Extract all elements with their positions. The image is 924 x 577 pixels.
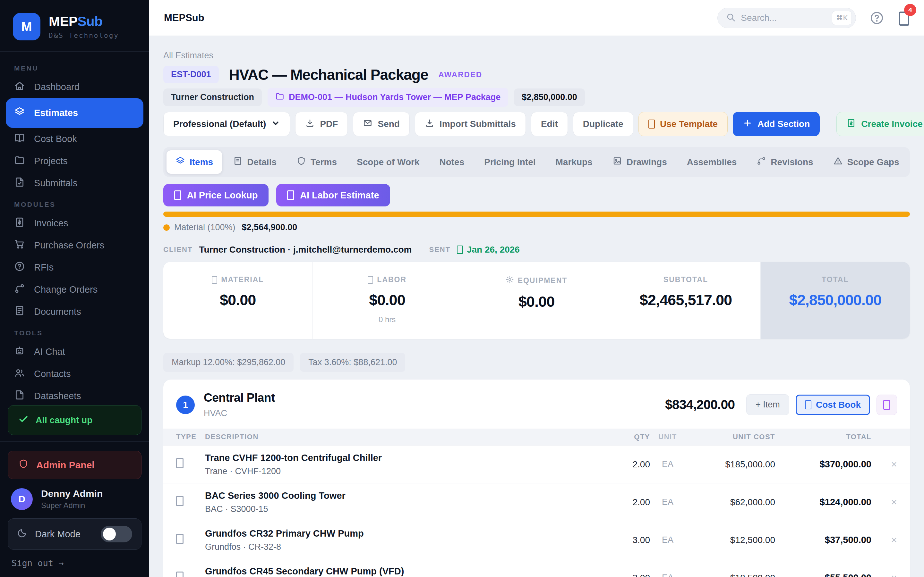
remove-item-button[interactable]: × (871, 458, 897, 470)
project-link[interactable]: DEMO-001 — Hudson Yards Tower — MEP Pack… (268, 88, 508, 107)
sent-date: Jan 26, 2026 (457, 245, 520, 255)
labor-card: LABOR $0.00 0 hrs (312, 262, 462, 339)
remove-item-button[interactable]: × (871, 496, 897, 508)
user-card[interactable]: D Denny Admin Super Admin (8, 479, 142, 518)
sidebar-item-contacts[interactable]: Contacts (6, 363, 144, 385)
item-sku: Trane · CVHF-1200 (205, 466, 608, 476)
sidebar-item-submittals[interactable]: Submittals (6, 172, 144, 194)
table-row: Grundfos CR32 Primary CHW Pump Grundfos … (163, 521, 910, 559)
layers-icon (14, 106, 25, 119)
tab-notes[interactable]: Notes (430, 150, 473, 174)
breadcrumb[interactable]: All Estimates (163, 51, 910, 61)
sidebar-item-estimates[interactable]: Estimates (6, 98, 144, 128)
page-app-title: MEPSub (164, 12, 204, 24)
section-number-badge: 1 (176, 396, 195, 414)
image-icon (612, 156, 622, 168)
search-shortcut: ⌘K (832, 11, 852, 25)
item-total: $37,500.00 (775, 535, 871, 545)
dark-mode-row: Dark Mode (8, 518, 142, 550)
download-icon (425, 118, 435, 130)
title-row: EST-D001 HVAC — Mechanical Package AWARD… (163, 66, 910, 83)
table-row: Grundfos CR45 Secondary CHW Pump (VFD) G… (163, 559, 910, 577)
file-icon (233, 156, 242, 168)
sidebar-item-rfis[interactable]: RFIs (6, 256, 144, 279)
item-type-icon (176, 496, 184, 506)
tab-items[interactable]: Items (166, 150, 222, 174)
tab-terms[interactable]: Terms (288, 150, 346, 174)
use-template-button[interactable]: Use Template (638, 112, 728, 136)
check-icon (18, 414, 29, 426)
template-style-dropdown[interactable]: Professional (Default) (163, 112, 290, 136)
dark-mode-toggle[interactable] (101, 526, 132, 542)
section-title: Central Plant (204, 391, 275, 405)
create-invoice-button[interactable]: Create Invoice (837, 112, 924, 136)
add-section-button[interactable]: Add Section (733, 112, 820, 136)
send-button[interactable]: Send (353, 112, 409, 136)
help-button[interactable] (869, 11, 884, 25)
meta-row: Turner Construction DEMO-001 — Hudson Ya… (163, 88, 910, 107)
search-box[interactable]: ⌘K (717, 8, 856, 28)
org-name: D&S Technology (49, 32, 119, 39)
sent-group: SENT Jan 26, 2026 (429, 245, 520, 255)
tab-pricing-intel[interactable]: Pricing Intel (475, 150, 544, 174)
folder-icon (14, 155, 25, 168)
sidebar-item-cost-book[interactable]: Cost Book (6, 128, 144, 150)
total-value: $2,850,000.00 (767, 291, 903, 309)
sidebar: M MEPSub D&S Technology MENU Dashboard E… (0, 0, 149, 577)
section-subtitle: HVAC (204, 408, 275, 418)
table-row: BAC Series 3000 Cooling Tower BAC · S300… (163, 483, 910, 521)
tab-revisions[interactable]: Revisions (748, 150, 822, 174)
admin-panel-button[interactable]: Admin Panel (8, 451, 142, 479)
app-root: M MEPSub D&S Technology MENU Dashboard E… (0, 0, 924, 577)
document-icon (14, 305, 25, 318)
tab-markups[interactable]: Markups (547, 150, 602, 174)
ai-labor-estimate-button[interactable]: AI Labor Estimate (276, 184, 390, 206)
import-submittals-button[interactable]: Import Submittals (415, 112, 526, 136)
sidebar-item-ai-chat[interactable]: AI Chat (6, 341, 144, 363)
edit-button[interactable]: Edit (531, 112, 568, 136)
status-toast: All caught up (8, 405, 142, 435)
sidebar-item-projects[interactable]: Projects (6, 150, 144, 172)
bot-icon (14, 345, 25, 358)
remove-item-button[interactable]: × (871, 572, 897, 577)
estimate-code-chip: EST-D001 (163, 66, 219, 83)
sidebar-item-invoices[interactable]: Invoices (6, 212, 144, 234)
material-value: $0.00 (170, 291, 306, 309)
equipment-value: $0.00 (468, 293, 604, 310)
sidebar-item-datasheets[interactable]: Datasheets (6, 385, 144, 401)
tax-chip: Tax 3.60%: $88,621.00 (300, 353, 405, 372)
col-total: TOTAL (775, 433, 871, 441)
add-item-button[interactable]: + Item (746, 394, 789, 415)
item-total: $370,000.00 (775, 459, 871, 470)
sidebar-footer: Admin Panel D Denny Admin Super Admin Da… (0, 442, 149, 577)
duplicate-button[interactable]: Duplicate (573, 112, 633, 136)
ai-price-lookup-button[interactable]: AI Price Lookup (163, 184, 268, 206)
col-type: TYPE (176, 433, 205, 441)
sign-out-link[interactable]: Sign out → (8, 550, 142, 568)
remove-item-button[interactable]: × (871, 534, 897, 546)
col-qty: QTY (608, 433, 650, 441)
sidebar-item-dashboard[interactable]: Dashboard (6, 76, 144, 98)
cart-icon (14, 239, 25, 252)
cost-book-button[interactable]: Cost Book (796, 395, 870, 415)
ai-section-button[interactable] (877, 395, 897, 415)
item-qty: 2.00 (608, 459, 650, 470)
item-sku: BAC · S3000-15 (205, 504, 608, 514)
tab-scope-of-work[interactable]: Scope of Work (348, 150, 429, 174)
summary-cards: MATERIAL $0.00 LABOR $0.00 0 hrs EQUIPME… (163, 262, 910, 339)
tab-drawings[interactable]: Drawings (604, 150, 676, 174)
template-icon (648, 119, 655, 129)
notifications-button[interactable]: 4 (899, 9, 909, 27)
tab-assemblies[interactable]: Assemblies (678, 150, 746, 174)
search-input[interactable] (741, 13, 827, 23)
pdf-button[interactable]: PDF (295, 112, 348, 136)
file-icon (14, 390, 25, 401)
tab-details[interactable]: Details (224, 150, 286, 174)
sidebar-item-purchase-orders[interactable]: Purchase Orders (6, 234, 144, 256)
cost-breakdown-legend: Material (100%) $2,564,900.00 (163, 222, 910, 232)
sidebar-item-documents[interactable]: Documents (6, 301, 144, 323)
item-unit: EA (650, 573, 685, 577)
tab-scope-gaps[interactable]: Scope Gaps (824, 150, 908, 174)
sidebar-item-change-orders[interactable]: Change Orders (6, 279, 144, 301)
item-unit-cost: $12,500.00 (685, 535, 775, 545)
